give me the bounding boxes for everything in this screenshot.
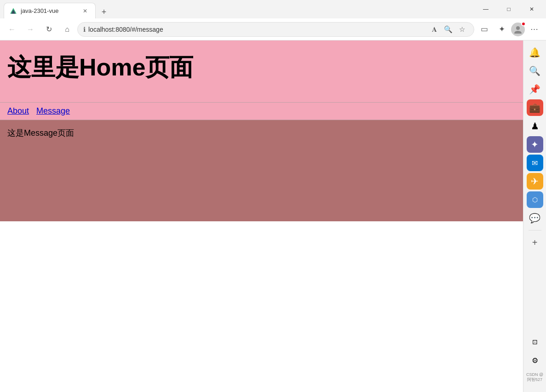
send-icon[interactable]: ✈ bbox=[527, 173, 543, 190]
back-button[interactable]: ← bbox=[4, 21, 20, 38]
message-link[interactable]: Message bbox=[36, 106, 70, 116]
home-section: 这里是Home页面 bbox=[0, 40, 523, 103]
forward-button[interactable]: → bbox=[22, 21, 39, 38]
tab-title: java-2301-vue bbox=[21, 7, 77, 14]
zoom-icon[interactable]: 🔍 bbox=[442, 23, 454, 36]
home-button[interactable]: ⌂ bbox=[59, 21, 75, 38]
about-link[interactable]: About bbox=[7, 106, 29, 116]
address-bar-row: ← → ↻ ⌂ ℹ localhost:8080/#/message 𝐀 🔍 ☆… bbox=[0, 18, 546, 40]
add-extension-button[interactable]: + bbox=[527, 234, 543, 251]
message-text: 这是Message页面 bbox=[7, 127, 516, 138]
message-section: 这是Message页面 bbox=[0, 120, 523, 221]
outlook-icon[interactable]: ✉ bbox=[527, 155, 543, 171]
notification-dot bbox=[521, 22, 526, 26]
briefcase-icon[interactable]: 💼 bbox=[527, 99, 543, 116]
favorites-icon[interactable]: ☆ bbox=[455, 23, 468, 36]
tab-close-button[interactable]: ✕ bbox=[80, 6, 90, 16]
refresh-button[interactable]: ↻ bbox=[40, 21, 57, 38]
sidebar-bottom-text: CSDN @阿智527 bbox=[523, 370, 546, 385]
right-sidebar: 🔔 🔍 📌 💼 ♟ ✦ ✉ ✈ ⬡ 💬 + ⊡ ⚙ CSDN @阿智527 bbox=[523, 40, 546, 392]
close-button[interactable]: ✕ bbox=[521, 2, 542, 17]
menu-button[interactable]: ⋯ bbox=[526, 21, 542, 38]
sidebar-divider bbox=[529, 230, 541, 231]
read-aloud-icon[interactable]: 𝐀 bbox=[428, 23, 441, 36]
security-icon: ℹ bbox=[83, 26, 86, 33]
minimize-button[interactable]: — bbox=[475, 2, 496, 17]
browser-tab[interactable]: java-2301-vue ✕ bbox=[4, 3, 96, 18]
teams-icon[interactable]: ⬡ bbox=[527, 191, 543, 208]
address-bar[interactable]: ℹ localhost:8080/#/message 𝐀 🔍 ☆ bbox=[77, 22, 474, 37]
chat-icon[interactable]: 💬 bbox=[527, 210, 543, 226]
chess-icon[interactable]: ♟ bbox=[527, 118, 543, 134]
svg-point-2 bbox=[516, 26, 520, 30]
search-sidebar-icon[interactable]: 🔍 bbox=[527, 63, 543, 79]
pin-icon[interactable]: 📌 bbox=[527, 81, 543, 98]
home-title: 这里是Home页面 bbox=[7, 52, 516, 84]
maximize-button[interactable]: □ bbox=[498, 2, 519, 17]
bell-icon[interactable]: 🔔 bbox=[527, 44, 543, 61]
nav-section: About Message bbox=[0, 103, 523, 120]
collections-button[interactable]: ✦ bbox=[494, 21, 510, 38]
settings-sidebar-icon[interactable]: ⚙ bbox=[527, 352, 543, 369]
screenshot-icon[interactable]: ⊡ bbox=[527, 334, 543, 350]
profile-button[interactable] bbox=[511, 23, 525, 36]
tab-favicon bbox=[10, 7, 17, 15]
url-text: localhost:8080/#/message bbox=[88, 26, 425, 33]
new-tab-button[interactable]: + bbox=[98, 6, 110, 18]
page-content: 这里是Home页面 About Message 这是Message页面 bbox=[0, 40, 523, 392]
split-screen-button[interactable]: ▭ bbox=[476, 21, 493, 38]
copilot-icon[interactable]: ✦ bbox=[527, 136, 543, 153]
